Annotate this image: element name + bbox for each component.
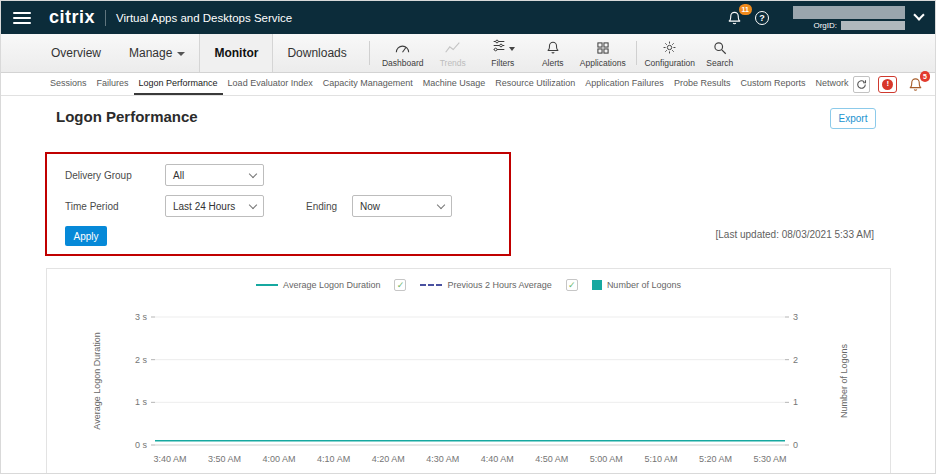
svg-text:1 s: 1 s [135,397,148,407]
svg-text:5:20 AM: 5:20 AM [699,454,732,464]
svg-text:4:10 AM: 4:10 AM [317,454,350,464]
svg-text:5:10 AM: 5:10 AM [644,454,677,464]
subtab-machine-usage[interactable]: Machine Usage [418,73,491,95]
main-nav: Overview Manage Monitor Downloads Dashbo… [1,34,935,73]
legend-checkbox-previous-2-hours-average[interactable] [566,279,578,291]
subtab-capacity-management[interactable]: Capacity Management [318,73,418,95]
chevron-down-icon [249,169,257,177]
chevron-down-icon [437,200,445,208]
subtab-resource-utilization[interactable]: Resource Utilization [490,73,580,95]
svg-text:2: 2 [793,355,798,365]
org-id-label: OrgID: [813,21,837,30]
topbar-divider [105,10,106,26]
notification-bell-icon[interactable]: 11 [723,7,745,29]
svg-text:3: 3 [793,312,798,322]
nav-item-monitor[interactable]: Monitor [199,34,273,72]
error-exclamation-icon: ! [882,79,893,90]
account-chevron-down-icon[interactable] [913,9,924,20]
refresh-icon [856,79,867,90]
svg-text:3 s: 3 s [135,312,148,322]
apply-button[interactable]: Apply [65,226,107,246]
svg-text:4:40 AM: 4:40 AM [481,454,514,464]
tool-filters[interactable]: Filters [478,34,528,72]
org-name-redacted [793,6,905,19]
chevron-down-icon [177,52,185,56]
subtab-failures[interactable]: Failures [92,73,134,95]
notification-count-badge: 11 [739,4,752,15]
nav-item-downloads[interactable]: Downloads [273,34,360,72]
nav-item-overview[interactable]: Overview [37,34,115,72]
citrix-monitor-screen: citrix Virtual Apps and Desktops Service… [0,0,936,474]
applications-grid-icon [596,39,610,55]
error-indicator-button[interactable]: ! [878,76,897,93]
svg-text:0: 0 [793,440,798,450]
square-swatch-icon [592,280,602,290]
chevron-down-icon [249,200,257,208]
subtab-load-evaluator-index[interactable]: Load Evaluator Index [223,73,318,95]
delivery-group-label: Delivery Group [65,170,132,181]
svg-text:4:00 AM: 4:00 AM [263,454,296,464]
subtab-custom-reports[interactable]: Custom Reports [735,73,810,95]
hamburger-menu-icon[interactable] [13,12,31,24]
tool-trends[interactable]: Trends [428,34,478,72]
subtab-application-failures[interactable]: Application Failures [580,73,669,95]
svg-text:Number of Logons: Number of Logons [839,343,849,418]
nav-item-manage[interactable]: Manage [115,34,199,72]
ending-select[interactable]: Now [352,195,452,217]
tool-search[interactable]: Search [695,34,745,72]
monitor-subtabs: Sessions Failures Logon Performance Load… [1,73,935,96]
svg-text:4:30 AM: 4:30 AM [426,454,459,464]
trends-icon [444,39,461,55]
tool-dashboard[interactable]: Dashboard [378,34,428,72]
legend-item-number-of-logons: Number of Logons [592,280,681,290]
filters-icon [491,38,507,55]
legend-checkbox-average-logon-duration[interactable] [394,279,406,291]
line-swatch-icon [256,284,278,286]
delivery-group-select[interactable]: All [165,164,264,186]
product-title: Virtual Apps and Desktops Service [116,12,292,24]
tool-alerts[interactable]: Alerts [528,34,578,72]
nav-divider [369,41,370,65]
org-id-redacted [841,21,905,30]
alarm-alerts-button[interactable]: 5 [905,75,925,93]
svg-text:4:20 AM: 4:20 AM [372,454,405,464]
svg-text:5:00 AM: 5:00 AM [590,454,623,464]
legend-item-average-logon-duration: Average Logon Duration [256,280,380,290]
filters-dropdown-caret-icon [509,47,515,51]
tool-applications[interactable]: Applications [578,34,628,72]
time-period-label: Time Period [65,201,119,212]
help-icon[interactable]: ? [755,11,769,25]
logon-performance-chart: 0 s01 s12 s23 s33:40 AM3:50 AM4:00 AM4:1… [55,305,883,474]
svg-text:2 s: 2 s [135,355,148,365]
svg-text:1: 1 [793,397,798,407]
nav-divider [636,41,637,65]
svg-text:0 s: 0 s [135,440,148,450]
search-icon [713,39,727,55]
top-bar: citrix Virtual Apps and Desktops Service… [1,1,935,34]
subtab-sessions[interactable]: Sessions [45,73,92,95]
svg-text:3:50 AM: 3:50 AM [208,454,241,464]
logon-performance-chart-card: Average Logon Duration Previous 2 Hours … [46,268,891,474]
subtab-network[interactable]: Network [810,73,853,95]
gear-icon [662,39,677,55]
subtab-logon-performance[interactable]: Logon Performance [134,73,223,95]
page-title: Logon Performance [56,108,198,125]
time-period-select[interactable]: Last 24 Hours [165,195,264,217]
ending-label: Ending [306,201,337,212]
tool-configuration[interactable]: Configuration [645,34,695,72]
legend-item-previous-2-hours-average: Previous 2 Hours Average [420,280,551,290]
svg-text:3:40 AM: 3:40 AM [153,454,186,464]
export-button[interactable]: Export [830,108,876,129]
subtab-probe-results[interactable]: Probe Results [669,73,736,95]
chart-legend: Average Logon Duration Previous 2 Hours … [47,279,890,291]
svg-text:4:50 AM: 4:50 AM [535,454,568,464]
alarm-count-badge: 5 [920,71,931,82]
last-updated-text: [Last updated: 08/03/2021 5:33 AM] [716,229,874,240]
dashboard-icon [394,39,411,55]
refresh-button[interactable] [853,76,870,93]
citrix-logo: citrix [49,7,95,28]
svg-text:5:30 AM: 5:30 AM [753,454,786,464]
org-info: OrgID: [785,6,905,30]
dashed-line-swatch-icon [420,284,442,286]
alerts-bell-icon [546,39,560,55]
